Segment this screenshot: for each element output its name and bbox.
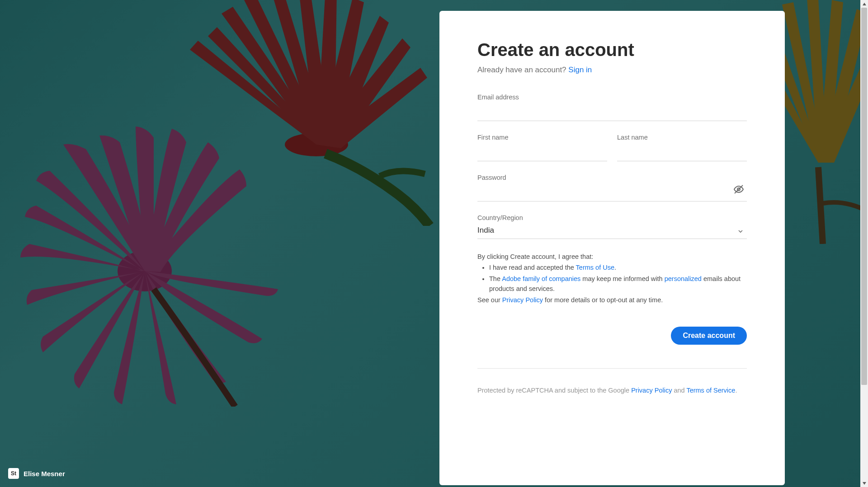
- create-account-button[interactable]: Create account: [671, 327, 747, 345]
- last-name-label: Last name: [617, 134, 747, 141]
- legal-item-terms: I have read and accepted the Terms of Us…: [489, 262, 747, 272]
- scroll-down-button[interactable]: [860, 479, 868, 487]
- last-name-input[interactable]: [617, 145, 747, 161]
- last-name-field-group: Last name: [617, 134, 747, 161]
- terms-of-use-link[interactable]: Terms of Use: [576, 264, 614, 271]
- email-label: Email address: [477, 94, 747, 101]
- country-field-group: Country/Region India: [477, 214, 747, 239]
- password-input[interactable]: [477, 186, 747, 201]
- personalized-link[interactable]: personalized: [665, 275, 702, 282]
- scroll-up-button[interactable]: [860, 0, 868, 8]
- first-name-input[interactable]: [477, 145, 607, 161]
- country-select[interactable]: India: [477, 226, 747, 239]
- legal-item-emails: The Adobe family of companies may keep m…: [489, 274, 747, 294]
- legal-item2-mid: may keep me informed with: [580, 275, 664, 282]
- signin-prompt: Already have an account? Sign in: [477, 66, 747, 75]
- legal-see-prefix: See our: [477, 296, 502, 304]
- signup-card: Create an account Already have an accoun…: [439, 11, 785, 485]
- first-name-label: First name: [477, 134, 607, 141]
- divider: [477, 368, 747, 369]
- page-title: Create an account: [477, 40, 747, 60]
- chevron-down-icon: [737, 228, 744, 237]
- signin-prompt-text: Already have an account?: [477, 66, 568, 74]
- legal-text: By clicking Create account, I agree that…: [477, 252, 747, 305]
- signin-link[interactable]: Sign in: [568, 66, 592, 74]
- svg-marker-4: [863, 3, 866, 5]
- privacy-policy-link[interactable]: Privacy Policy: [502, 296, 543, 304]
- recaptcha-notice: Protected by reCAPTCHA and subject to th…: [477, 386, 747, 396]
- period: .: [614, 264, 616, 271]
- country-label: Country/Region: [477, 214, 747, 221]
- captcha-and: and: [672, 387, 686, 394]
- adobe-family-link[interactable]: Adobe family of companies: [502, 275, 580, 282]
- legal-see-suffix: for more details or to opt-out at any ti…: [543, 296, 663, 304]
- google-tos-link[interactable]: Terms of Service: [686, 387, 735, 394]
- scrollbar-thumb[interactable]: [861, 8, 867, 385]
- legal-item2-prefix: The: [489, 275, 502, 282]
- first-name-field-group: First name: [477, 134, 607, 161]
- toggle-password-visibility-icon[interactable]: [733, 184, 744, 195]
- legal-intro: By clicking Create account, I agree that…: [477, 252, 747, 262]
- legal-privacy-line: See our Privacy Policy for more details …: [477, 295, 747, 305]
- scrollbar-track[interactable]: [860, 8, 868, 479]
- password-label: Password: [477, 174, 747, 181]
- email-input[interactable]: [477, 105, 747, 121]
- stock-badge-icon: St: [8, 468, 19, 479]
- legal-item1-prefix: I have read and accepted the: [489, 264, 576, 271]
- svg-marker-5: [863, 482, 866, 485]
- password-field-group: Password: [477, 174, 747, 201]
- captcha-period: .: [735, 387, 737, 394]
- captcha-prefix: Protected by reCAPTCHA and subject to th…: [477, 387, 631, 394]
- country-selected-value: India: [477, 226, 747, 239]
- google-privacy-link[interactable]: Privacy Policy: [631, 387, 672, 394]
- photo-credit-name: Elise Mesner: [24, 470, 65, 478]
- email-field-group: Email address: [477, 94, 747, 121]
- vertical-scrollbar[interactable]: [860, 0, 868, 487]
- photo-attribution: St Elise Mesner: [8, 468, 65, 479]
